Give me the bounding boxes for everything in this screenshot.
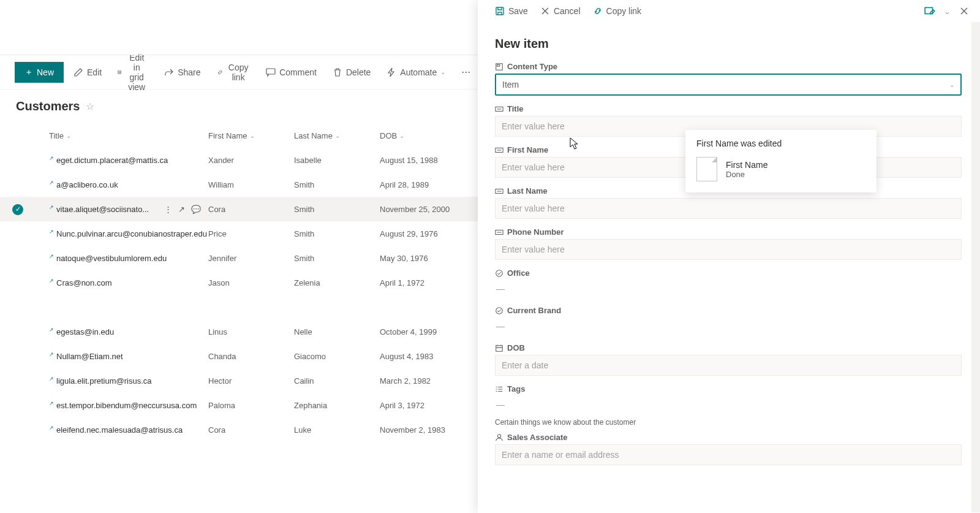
col-firstname[interactable]: First Name⌄ [208, 131, 294, 140]
text-icon [495, 146, 503, 154]
row-title[interactable]: ↗est.tempor.bibendum@neccursusa.com [49, 401, 208, 410]
share-button[interactable]: Share [158, 64, 206, 81]
edit-grid-button[interactable]: Edit in grid view [111, 49, 154, 96]
automate-button[interactable]: Automate ⌄ [380, 64, 451, 81]
share-indicator-icon: ↗ [49, 180, 54, 186]
edit-label: Edit [87, 67, 102, 77]
row-comment-icon[interactable]: 💬 [191, 205, 201, 214]
table-row[interactable]: ↗a@aclibero.co.ukWilliamSmithApril 28, 1… [0, 172, 478, 197]
field-dob: DOB [495, 343, 962, 376]
office-value[interactable]: — [495, 280, 962, 297]
row-title[interactable]: ↗eleifend.nec.malesuada@atrisus.ca [49, 425, 208, 435]
label-title: Title [495, 104, 962, 113]
table-row[interactable]: ↗natoque@vestibulumlorem.eduJenniferSmit… [0, 246, 478, 270]
grid-icon [118, 67, 121, 77]
table-row[interactable]: ↗eleifend.nec.malesuada@atrisus.caCoraLu… [0, 417, 478, 442]
field-sales: Sales Associate [495, 433, 962, 465]
panel-cancel-button[interactable]: Cancel [534, 4, 587, 18]
row-share-icon[interactable]: ↗ [178, 205, 185, 214]
table-row[interactable]: ✓↗vitae.aliquet@sociisnato...⋮↗💬CoraSmit… [0, 197, 478, 221]
row-title[interactable]: ↗ligula.elit.pretium@risus.ca [49, 376, 208, 386]
chevron-down-icon[interactable]: ⌄ [944, 7, 951, 16]
row-firstname: Paloma [208, 401, 294, 410]
new-item-panel: Save Cancel Copy link ⌄ New item Content… [478, 0, 980, 513]
row-firstname: Price [208, 229, 294, 238]
row-lastname: Zelenia [294, 278, 380, 287]
delete-icon [333, 67, 342, 77]
field-phone: Phone Number [495, 227, 962, 260]
chevron-down-icon: ⌄ [66, 132, 71, 139]
row-title[interactable]: ↗eget.dictum.placerat@mattis.ca [49, 156, 208, 165]
row-title[interactable]: ↗a@aclibero.co.uk [49, 180, 208, 189]
edit-button[interactable]: Edit [67, 64, 108, 81]
chevron-down-icon: ⌄ [335, 132, 340, 139]
edit-icon [74, 67, 83, 77]
dob-input[interactable] [495, 355, 962, 376]
col-title[interactable]: Title⌄ [49, 131, 208, 140]
row-title[interactable]: ↗Nullam@Etiam.net [49, 352, 208, 361]
col-title-label: Title [49, 131, 64, 140]
document-icon [696, 157, 717, 181]
row-dob: November 25, 2000 [380, 205, 478, 214]
close-panel-icon[interactable] [959, 6, 969, 16]
field-office: Office — [495, 268, 962, 297]
comment-button[interactable]: Comment [260, 64, 323, 81]
list-toolbar: ＋ New Edit Edit in grid view Share Copy … [0, 55, 478, 89]
share-indicator-icon: ↗ [49, 229, 54, 235]
copy-link-button[interactable]: Copy link [211, 59, 257, 86]
svg-rect-2 [496, 7, 503, 15]
phone-input[interactable] [495, 239, 962, 260]
table-row[interactable]: ↗egestas@in.eduLinusNelleOctober 4, 1999 [0, 319, 478, 344]
main-content: ＋ New Edit Edit in grid view Share Copy … [0, 0, 478, 513]
row-title[interactable]: ↗Nunc.pulvinar.arcu@conubianostraper.edu [49, 229, 208, 238]
lastname-input[interactable] [495, 198, 962, 219]
content-type-icon [495, 63, 503, 71]
popover-name: First Name [726, 160, 767, 170]
text-icon [495, 187, 503, 196]
close-icon [540, 6, 550, 16]
selected-check-icon[interactable]: ✓ [12, 204, 23, 215]
table: Title⌄ First Name⌄ Last Name⌄ DOB⌄ ↗eget… [0, 118, 478, 442]
choice-icon [495, 269, 503, 278]
table-row[interactable]: ↗est.tempor.bibendum@neccursusa.comPalom… [0, 393, 478, 417]
col-dob[interactable]: DOB⌄ [380, 131, 478, 140]
table-row[interactable]: ↗Nunc.pulvinar.arcu@conubianostraper.edu… [0, 221, 478, 246]
field-brand: Current Brand — [495, 306, 962, 335]
form-edit-icon[interactable] [924, 6, 935, 17]
plus-icon: ＋ [24, 67, 33, 78]
col-lastname[interactable]: Last Name⌄ [294, 131, 380, 140]
content-type-dropdown[interactable]: Item ⌄ [495, 74, 962, 96]
comment-label: Comment [279, 67, 317, 77]
row-lastname: Zephania [294, 401, 380, 410]
row-title[interactable]: ↗vitae.aliquet@sociisnato...⋮↗💬 [49, 205, 208, 214]
row-title[interactable]: ↗egestas@in.edu [49, 327, 208, 336]
tags-helper: Certain things we know about the custome… [495, 418, 962, 427]
new-button[interactable]: ＋ New [15, 62, 64, 83]
popover-heading: First Name was edited [696, 139, 865, 148]
row-title[interactable]: ↗Cras@non.com [49, 278, 208, 287]
share-indicator-icon: ↗ [49, 155, 54, 161]
panel-scrollbar[interactable] [971, 22, 980, 512]
row-menu-icon[interactable]: ⋮ [164, 205, 172, 214]
favorite-star-icon[interactable]: ☆ [86, 101, 94, 112]
row-dob: April 3, 1972 [380, 401, 478, 410]
panel-copylink-button[interactable]: Copy link [587, 4, 648, 18]
row-lastname: Luke [294, 425, 380, 435]
row-dob: March 2, 1982 [380, 376, 478, 386]
sales-input[interactable] [495, 444, 962, 465]
table-row[interactable]: ↗Nullam@Etiam.netChandaGiacomoAugust 4, … [0, 344, 478, 368]
row-lastname: Smith [294, 229, 380, 238]
brand-value[interactable]: — [495, 317, 962, 335]
tags-icon [495, 385, 503, 393]
tags-value[interactable]: — [495, 396, 962, 413]
table-row[interactable]: ↗ligula.elit.pretium@risus.caHectorCaili… [0, 368, 478, 393]
overflow-menu[interactable]: ··· [455, 66, 477, 78]
table-row[interactable]: ↗Cras@non.comJasonZeleniaApril 1, 1972 [0, 270, 478, 295]
table-row[interactable]: ↗eget.dictum.placerat@mattis.caXanderIsa… [0, 148, 478, 172]
popover-status: Done [726, 170, 767, 179]
panel-save-button[interactable]: Save [489, 4, 534, 18]
popover-item[interactable]: First Name Done [696, 157, 865, 181]
row-title[interactable]: ↗natoque@vestibulumlorem.edu [49, 254, 208, 263]
delete-button[interactable]: Delete [326, 64, 377, 81]
chevron-down-icon: ⌄ [399, 132, 404, 139]
